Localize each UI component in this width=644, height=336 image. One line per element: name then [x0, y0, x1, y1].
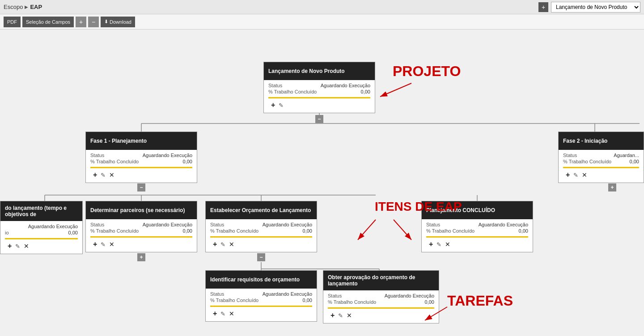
nav-icon-button[interactable]: + — [538, 2, 548, 12]
svg-line-20 — [394, 220, 411, 240]
toolbar: PDF Seleção de Campos + − ⬇ Download — [0, 14, 644, 30]
item4-node: Planejamento CONCLUÍDO Status Aguardando… — [421, 201, 533, 252]
item4-node-header: Planejamento CONCLUÍDO — [422, 201, 533, 219]
top-nav: Escopo ▶ EAP + Lançamento de Novo Produt… — [0, 0, 644, 14]
task1-node-header: Identificar requisitos de orçamento — [206, 271, 317, 289]
project-node-header: Lançamento de Novo Produto — [264, 62, 375, 80]
task1-edit-button[interactable]: ✎ — [220, 310, 225, 317]
task2-node-actions: + ✎ ✕ — [328, 310, 434, 321]
download-icon: ⬇ — [104, 19, 108, 25]
item2-node-body: Status Aguardando Execução % Trabalho Co… — [86, 219, 197, 252]
arrow-projeto — [376, 74, 420, 101]
item2-delete-button[interactable]: ✕ — [109, 241, 114, 248]
zoom-out-button[interactable]: − — [88, 17, 99, 27]
item3-node: Estabelecer Orçamento de Lançamento Stat… — [205, 201, 317, 252]
breadcrumb-eap: EAP — [30, 4, 42, 10]
item1-node-header: do lançamento (tempo e objetivos de — [0, 201, 82, 221]
fase2-add-button[interactable]: + — [566, 171, 570, 179]
fase2-expand-toggle[interactable]: + — [608, 183, 616, 191]
top-nav-right: + Lançamento de Novo Produto — [538, 2, 640, 13]
item1-node: do lançamento (tempo e objetivos de Agua… — [0, 201, 83, 254]
fase2-node-header: Fase 2 - Iniciação — [559, 132, 644, 150]
project-node-actions: + ✎ — [268, 100, 370, 111]
canvas: Lançamento de Novo Produto Status Aguard… — [0, 30, 644, 336]
project-selector[interactable]: Lançamento de Novo Produto — [551, 2, 640, 13]
item3-edit-button[interactable]: ✎ — [220, 241, 225, 248]
svg-line-16 — [380, 83, 411, 97]
breadcrumb-arrow: ▶ — [25, 4, 28, 9]
breadcrumb: Escopo ▶ EAP — [4, 4, 42, 10]
item1-add-button[interactable]: + — [8, 242, 12, 250]
project-node: Lançamento de Novo Produto Status Aguard… — [263, 62, 375, 113]
fase2-edit-button[interactable]: ✎ — [573, 172, 578, 179]
fase1-node-header: Fase 1 - Planejamento — [86, 132, 197, 150]
task2-edit-button[interactable]: ✎ — [338, 312, 343, 319]
item2-node: Determinar parceiros (se necessário) Sta… — [85, 201, 197, 252]
task2-node: Obter aprovação do orçamento de lançamen… — [323, 270, 439, 323]
download-button[interactable]: ⬇ Download — [101, 17, 135, 27]
task2-add-button[interactable]: + — [330, 311, 335, 319]
project-add-button[interactable]: + — [271, 101, 275, 109]
fase1-node-actions: + ✎ ✕ — [90, 170, 192, 181]
task1-delete-button[interactable]: ✕ — [229, 310, 234, 317]
item2-expand-toggle[interactable]: + — [137, 253, 145, 261]
item4-add-button[interactable]: + — [429, 240, 433, 248]
pdf-button[interactable]: PDF — [4, 17, 21, 27]
fase1-delete-button[interactable]: ✕ — [109, 171, 114, 179]
item2-node-actions: + ✎ ✕ — [90, 239, 192, 250]
download-label: Download — [110, 19, 131, 25]
item4-node-actions: + ✎ ✕ — [426, 239, 528, 250]
fase2-node-actions: + ✎ ✕ — [563, 170, 639, 181]
item3-add-button[interactable]: + — [213, 240, 217, 248]
item1-node-body: Aguardando Execução io 0,00 + ✎ ✕ — [0, 221, 82, 254]
item2-edit-button[interactable]: ✎ — [101, 241, 106, 248]
item1-edit-button[interactable]: ✎ — [15, 243, 20, 250]
item2-add-button[interactable]: + — [93, 240, 97, 248]
annotation-projeto: PROJETO — [393, 63, 461, 80]
fase1-node: Fase 1 - Planejamento Status Aguardando … — [85, 132, 197, 183]
fase1-node-body: Status Aguardando Execução % Trabalho Co… — [86, 150, 197, 183]
svg-line-19 — [358, 220, 376, 240]
task1-add-button[interactable]: + — [213, 310, 217, 318]
fase2-node-body: Status Aguardan... % Trabalho Concluído … — [559, 150, 644, 183]
item3-delete-button[interactable]: ✕ — [229, 241, 234, 248]
item4-delete-button[interactable]: ✕ — [445, 241, 450, 248]
breadcrumb-escopo: Escopo — [4, 4, 23, 10]
zoom-in-button[interactable]: + — [76, 17, 86, 27]
annotation-tarefas: TAREFAS — [447, 293, 513, 309]
item1-node-actions: + ✎ ✕ — [5, 241, 78, 252]
task1-node: Identificar requisitos de orçamento Stat… — [205, 270, 317, 322]
item4-edit-button[interactable]: ✎ — [436, 241, 441, 248]
task1-node-actions: + ✎ ✕ — [210, 309, 312, 319]
fase1-add-button[interactable]: + — [93, 171, 97, 179]
fase1-collapse-toggle[interactable]: − — [137, 183, 145, 191]
item1-delete-button[interactable]: ✕ — [24, 242, 29, 250]
item2-node-header: Determinar parceiros (se necessário) — [86, 201, 197, 219]
item3-collapse-toggle[interactable]: − — [257, 253, 265, 261]
task2-node-header: Obter aprovação do orçamento de lançamen… — [323, 271, 439, 290]
fase1-edit-button[interactable]: ✎ — [101, 172, 106, 179]
item4-node-body: Status Aguardando Execução % Trabalho Co… — [422, 219, 533, 252]
task2-node-body: Status Aguardando Execução % Trabalho Co… — [323, 290, 439, 323]
item3-node-header: Estabelecer Orçamento de Lançamento — [206, 201, 317, 219]
project-node-body: Status Aguardando Execução % Trabalho Co… — [264, 80, 375, 113]
fields-button[interactable]: Seleção de Campos — [22, 17, 74, 27]
project-edit-button[interactable]: ✎ — [279, 102, 284, 109]
task2-delete-button[interactable]: ✕ — [347, 312, 352, 319]
item3-node-actions: + ✎ ✕ — [210, 239, 312, 250]
fase2-node: Fase 2 - Iniciação Status Aguardan... % … — [558, 132, 644, 183]
item3-node-body: Status Aguardando Execução % Trabalho Co… — [206, 219, 317, 252]
fase2-delete-button[interactable]: ✕ — [582, 171, 587, 179]
task1-node-body: Status Aguardando Execução % Trabalho Co… — [206, 289, 317, 321]
project-collapse-toggle[interactable]: − — [315, 115, 323, 123]
